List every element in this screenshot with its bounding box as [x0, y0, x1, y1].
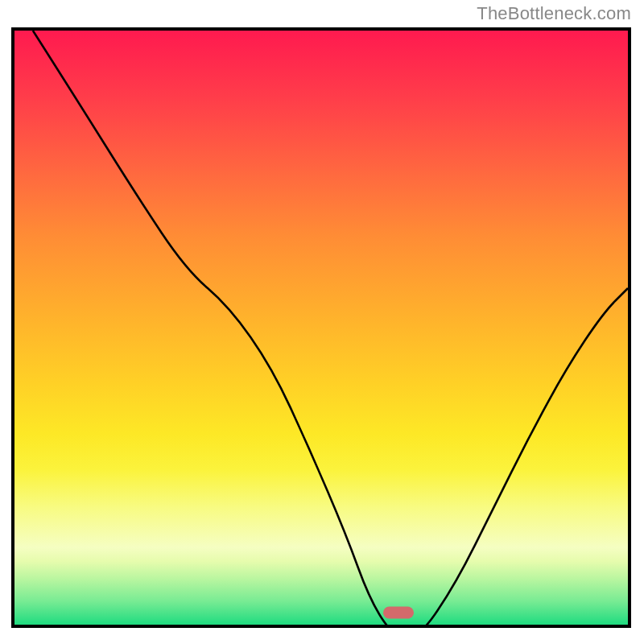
bottleneck-chart: TheBottleneck.com: [0, 0, 644, 644]
chart-frame: [11, 27, 631, 628]
optimal-point-marker: [383, 607, 414, 619]
curve-svg: [14, 31, 628, 628]
watermark-text: TheBottleneck.com: [477, 3, 631, 24]
bottleneck-curve: [33, 31, 628, 628]
